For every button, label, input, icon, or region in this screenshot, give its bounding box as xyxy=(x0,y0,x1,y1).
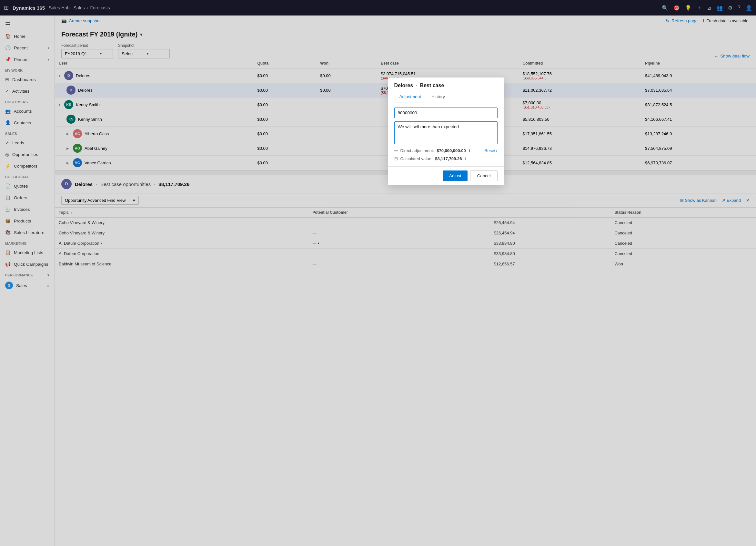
direct-adjustment-row: ✏ Direct adjustment: $70,000,000.00 ℹ Re… xyxy=(394,148,498,153)
calculated-info-icon[interactable]: ℹ xyxy=(464,156,466,161)
calculated-value-row: ⊟ Calculated value: $8,117,709.26 ℹ xyxy=(394,156,498,161)
direct-info-icon[interactable]: ℹ xyxy=(469,148,470,153)
amount-input[interactable] xyxy=(394,107,498,118)
direct-value: $70,000,000.00 xyxy=(437,148,466,153)
adjust-button[interactable]: Adjust xyxy=(443,170,468,181)
modal-title-field: Best case xyxy=(420,83,444,88)
modal-header: Delores · Best case Adjustment History xyxy=(388,77,504,102)
adjustment-modal: Delores · Best case Adjustment History W… xyxy=(388,77,504,185)
calc-icon: ⊟ xyxy=(394,156,398,161)
reset-button[interactable]: Reset › xyxy=(484,148,497,153)
modal-tabs: Adjustment History xyxy=(394,92,498,102)
calculated-label: Calculated value: xyxy=(400,156,433,161)
direct-label: Direct adjustment: xyxy=(400,148,434,153)
pencil-icon: ✏ xyxy=(394,148,398,153)
modal-title: Delores · Best case xyxy=(394,83,498,88)
reset-label: Reset xyxy=(484,148,495,153)
modal-backdrop: Delores · Best case Adjustment History W… xyxy=(0,0,756,546)
modal-body: We will sell more than expected ✏ Direct… xyxy=(388,102,504,166)
modal-footer: Adjust Cancel xyxy=(388,166,504,185)
reset-chevron-icon: › xyxy=(496,148,497,153)
note-textarea[interactable]: We will sell more than expected xyxy=(394,121,498,144)
tab-adjustment[interactable]: Adjustment xyxy=(394,92,427,102)
modal-title-user: Delores xyxy=(394,83,413,88)
tab-history[interactable]: History xyxy=(426,92,450,102)
cancel-button[interactable]: Cancel xyxy=(470,170,497,181)
calculated-value: $8,117,709.26 xyxy=(435,156,462,161)
modal-title-dot: · xyxy=(416,83,417,88)
